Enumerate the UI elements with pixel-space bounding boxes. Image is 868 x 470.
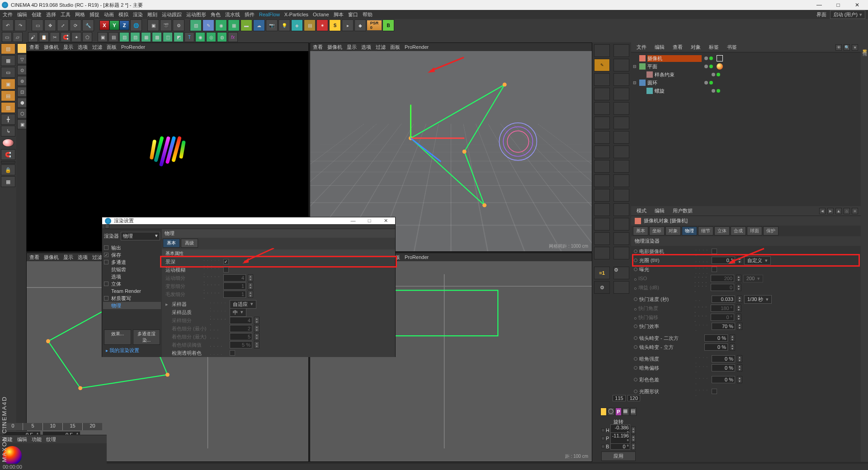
menu-tools[interactable]: 工具 [61,11,71,18]
gcube5-icon[interactable]: ◫ [163,32,173,42]
brush-icon[interactable]: 🖌 [28,32,38,42]
dialog-menu-icon[interactable] [105,224,109,229]
sampler-dropdown[interactable]: 自适应 [230,300,256,309]
nurbs-icon[interactable]: ◉ [215,19,227,31]
rt-icon14[interactable] [594,247,610,259]
menu-animate[interactable]: 动画 [104,11,114,18]
tab-protect[interactable]: 保护 [763,226,778,235]
objtab-file[interactable]: 文件 [634,43,649,52]
tab-coord[interactable]: 坐标 [649,226,665,235]
diaphragm-checkbox[interactable] [712,389,717,394]
t2-icon[interactable]: ▭ [2,32,12,42]
rt-icon11[interactable] [594,203,610,216]
side-physical[interactable]: 物理 [103,302,161,309]
apply-button[interactable]: 应用 [601,451,636,461]
menu-script[interactable]: 脚本 [334,11,344,18]
side-options[interactable]: 选项 [103,273,161,280]
multipass-button[interactable]: 多通道渲染... [133,329,160,345]
view-axis-icon[interactable]: ↳ [1,126,15,136]
environment-icon[interactable]: ☁ [253,19,265,31]
close-button[interactable]: ✕ [848,0,866,10]
attrtab-edit[interactable]: 编辑 [652,207,667,215]
coord-b-input[interactable]: 0 ° [610,443,630,450]
eye-icon[interactable]: 👁 [835,44,842,51]
spline-pen-icon[interactable]: ✎ [203,19,214,31]
rt-icon7[interactable] [594,146,610,158]
rt-icon3[interactable] [594,88,610,100]
menu-help[interactable]: 帮助 [363,11,373,18]
ham-icon[interactable]: ≡ [852,208,858,214]
search-icon[interactable]: 🔍 [844,44,850,51]
menu-octane[interactable]: Octane [313,12,329,17]
funnel-icon[interactable]: ▾ [852,44,858,51]
fstop-preset-dropdown[interactable]: 自定义 [744,256,771,265]
live-select-icon[interactable]: ▭ [32,19,43,31]
camera-icon[interactable]: 📷 [266,19,278,31]
knife-icon[interactable]: ✂ [50,32,60,42]
lensc-input[interactable]: 0 % [704,343,728,351]
menu-xparticles[interactable]: X-Particles [284,12,308,17]
menu-window[interactable]: 窗口 [348,11,358,18]
attrtab-userdata[interactable]: 用户数据 [670,207,695,215]
tab-physical[interactable]: 物理 [682,226,697,235]
fx-icon[interactable]: fx [228,32,238,42]
motionblur-checkbox[interactable] [223,267,229,273]
filter-icon[interactable]: ▽ [17,54,27,64]
render-pv-icon[interactable]: 🎬 [160,19,172,31]
vm-options[interactable]: 选项 [78,44,88,51]
shutter-input[interactable]: 0.033 [712,296,735,303]
softsel-icon[interactable] [2,139,14,147]
rt-icon10[interactable] [594,189,610,202]
menu-sculpt[interactable]: 雕刻 [147,11,157,18]
mat-tab-texture[interactable]: 纹理 [46,436,56,443]
menu-simulate[interactable]: 模拟 [118,11,128,18]
side-teamrender[interactable]: Team Render [103,287,161,295]
effects-button[interactable]: 效果... [104,329,131,345]
tab-details[interactable]: 细节 [698,226,713,235]
exposure-checkbox[interactable] [712,267,717,272]
object-hierarchy[interactable]: 摄像机 ⊟ 平面 样条约束 ⊟ 圆环 螺旋 [631,52,861,206]
generator-icon[interactable]: ▦ [228,19,240,31]
vignette-i-input[interactable]: 0 % [712,355,735,362]
y-axis-icon[interactable]: Y [109,20,119,30]
layout-dropdown[interactable]: 启动 (用户) [830,10,865,19]
fstop-input[interactable]: 0.1 [712,257,735,264]
rt-icon12[interactable] [594,218,610,230]
vm-panel[interactable]: 面板 [107,44,117,51]
render-view-icon[interactable]: ▣ [147,19,159,31]
rt-sculpt-icon[interactable]: ✎ [594,59,610,71]
side-stereo[interactable]: 立体 [103,280,161,287]
redo-icon[interactable]: ↷ [14,19,26,31]
material-tag-icon[interactable] [717,63,723,70]
objtab-tags[interactable]: 标签 [706,43,722,52]
nav-back-icon[interactable]: ◄ [819,208,826,214]
nav-up-icon[interactable]: ▲ [835,208,842,214]
point-mode-icon[interactable]: ▣ [1,79,15,89]
magnet-icon[interactable]: 🧲 [61,32,71,42]
menu-render[interactable]: 渲染 [133,11,143,18]
camera-gizmo[interactable] [310,51,592,219]
rt-icon8[interactable] [594,160,610,173]
bbutton-icon[interactable]: B [382,19,394,31]
menu-snap[interactable]: 捕捉 [90,11,99,18]
mode-icon-4[interactable]: ▦ [623,408,629,416]
conv-icon[interactable]: ▣ [17,119,27,129]
axis-mode-icon[interactable]: ╋ [1,114,15,125]
timeline-zoom-input[interactable]: 120 [627,395,640,401]
mode-icon-5[interactable]: ▤ [630,408,637,416]
last-tool-icon[interactable]: 🔧 [82,19,94,31]
slot-icon2[interactable]: ◆ [354,19,366,31]
mat-tab-function[interactable]: 功能 [32,436,42,443]
vignette-o-input[interactable]: 0 % [712,364,735,371]
render-settings-icon[interactable]: ⚙ [173,19,184,31]
side-aa[interactable]: 抗锯齿 [103,266,161,273]
hierarchy-constraint[interactable]: 样条约束 [632,70,860,79]
cage-icon[interactable]: ▣ [98,32,108,42]
hierarchy-torus[interactable]: ⊟ 圆环 [632,79,860,87]
vm-filter[interactable]: 过滤 [92,44,102,51]
side-multipass[interactable]: 多通道 [103,258,161,266]
texture-mode-icon[interactable]: ▦ [1,55,15,66]
side-matoverride[interactable]: 材质覆写 [103,295,161,302]
coord-p-input[interactable]: -11.196 ° [610,432,630,444]
rt-icon1[interactable] [594,44,610,57]
